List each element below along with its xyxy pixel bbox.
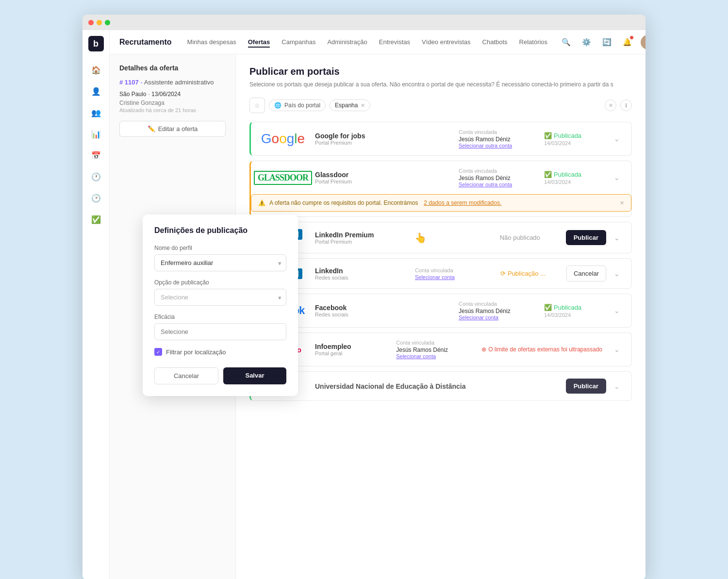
filter-info-btn[interactable]: ℹ <box>620 99 632 111</box>
sidebar-icon-chart[interactable]: 📊 <box>87 125 105 143</box>
infoempleo-status: ⊗ O limite de ofertas externas foi ultra… <box>481 346 602 353</box>
nav-item-chatbots[interactable]: Chatbots <box>482 36 508 48</box>
sidebar-icon-checklist[interactable]: ✅ <box>87 211 105 228</box>
linkedin-cancel-btn[interactable]: Cancelar <box>566 265 606 281</box>
facebook-actions: ⌄ <box>610 304 624 317</box>
sidebar: b 🏠 👤 👥 📊 📅 🕐 🕑 ✅ <box>83 30 110 579</box>
linkedin-premium-publish-btn[interactable]: Publicar <box>566 230 606 245</box>
uned-publish-btn[interactable]: Publicar <box>566 379 606 394</box>
nav-item-relatorios[interactable]: Relatórios <box>519 36 548 48</box>
portal-card-glassdoor: GLASSDOOR Glassdoor Portal Premium Conta… <box>249 161 632 217</box>
filter-clear-btn[interactable]: ✕ <box>605 99 616 111</box>
nav-item-despesas[interactable]: Minhas despesas <box>187 36 236 48</box>
notification-icon[interactable]: 🔔 <box>620 35 634 49</box>
uned-expand-btn[interactable]: ⌄ <box>610 380 624 393</box>
overlay-cancel-btn[interactable]: Cancelar <box>154 367 218 384</box>
filter-portal-tag[interactable]: 🌐 País do portal <box>269 99 326 111</box>
facebook-expand-btn[interactable]: ⌄ <box>610 304 624 317</box>
uned-info: Universidad Nacional de Educação à Distâ… <box>315 382 558 390</box>
star-filter-btn[interactable]: ☆ <box>249 98 265 113</box>
infoempleo-actions: ⌄ <box>610 343 624 356</box>
app-title: Recrutamento <box>119 38 172 47</box>
glassdoor-expand-btn[interactable]: ⌄ <box>610 171 624 184</box>
google-account: Conta vinculada Jesús Ramos Déniz Seleci… <box>459 129 536 149</box>
portal-card-uned: UNED Universidad Nacional de Educação à … <box>249 371 632 401</box>
sidebar-icon-group[interactable]: 👥 <box>87 104 105 121</box>
sidebar-icon-calendar[interactable]: 📅 <box>87 147 105 164</box>
filter-location-label: Filtrar por localização <box>166 348 226 356</box>
publishing-spinner: ⟳ <box>500 270 506 277</box>
nav-item-video[interactable]: Vídeo entrevistas <box>422 36 470 48</box>
nav-item-entrevistas[interactable]: Entrevistas <box>379 36 410 48</box>
uned-actions: Publicar ⌄ <box>566 379 624 394</box>
linkedin-premium-expand-btn[interactable]: ⌄ <box>610 231 624 245</box>
google-logo: Google <box>259 131 307 147</box>
linkedin-account: Conta vinculada Selecionar conta <box>415 267 493 280</box>
google-info: Google for jobs Portal Premium <box>315 132 451 146</box>
glassdoor-status: ✅ Publicada 14/03/2024 <box>544 171 602 185</box>
settings-icon[interactable]: ⚙️ <box>579 35 593 49</box>
google-expand-btn[interactable]: ⌄ <box>610 132 624 146</box>
filter-country-close[interactable]: ✕ <box>361 102 365 109</box>
publication-select[interactable]: Selecione <box>154 289 286 306</box>
glassdoor-change-account[interactable]: Selecionar outra conta <box>459 182 536 187</box>
efficacy-input[interactable] <box>154 323 286 340</box>
linkedin-premium-info: LinkedIn Premium Portal Premium <box>315 231 407 245</box>
search-icon[interactable]: 🔍 <box>559 35 573 49</box>
user-avatar[interactable] <box>641 35 645 50</box>
publication-select-wrapper: Selecione ▾ <box>154 289 286 306</box>
nav-item-ofertas[interactable]: Ofertas <box>248 36 270 48</box>
google-actions: ⌄ <box>610 132 624 146</box>
glassdoor-actions: ⌄ <box>610 171 624 184</box>
facebook-select-account[interactable]: Selecionar conta <box>459 314 536 320</box>
linkedin-info: LinkedIn Redes sociais <box>315 267 407 281</box>
sidebar-icon-person[interactable]: 👤 <box>87 83 105 100</box>
browser-dot-yellow[interactable] <box>97 20 102 25</box>
infoempleo-account: Conta vinculada Jesús Ramos Déniz Seleci… <box>396 340 474 359</box>
linkedin-expand-btn[interactable]: ⌄ <box>610 267 624 281</box>
publication-label: Opção de publicação <box>154 279 286 286</box>
glassdoor-info: Glassdoor Portal Premium <box>315 171 451 184</box>
facebook-status: ✅ Publicada 14/03/2024 <box>544 304 602 318</box>
browser-dot-red[interactable] <box>88 20 94 25</box>
google-change-account[interactable]: Selecionar outra conta <box>459 143 536 149</box>
infoempleo-select-account[interactable]: Selecionar conta <box>396 353 474 359</box>
linkedin-premium-status: Não publicado <box>500 234 558 241</box>
portal-card-google: Google Google for jobs Portal Premium Co… <box>249 122 632 156</box>
glassdoor-logo: GLASSDOOR <box>259 171 307 185</box>
top-nav: Recrutamento Minhas despesas Ofertas Cam… <box>110 30 645 54</box>
profile-select-wrapper: Enfermeiro auxiliar ▾ <box>154 254 286 271</box>
edit-offer-button[interactable]: ✏️ Editar a oferta <box>119 121 226 137</box>
linkedin-actions: Cancelar ⌄ <box>566 265 624 281</box>
warning-modify-link[interactable]: 2 dados a serem modificados. <box>424 199 501 206</box>
page-description: Selecione os portais que deseja publicar… <box>249 81 632 88</box>
filter-country-tag[interactable]: Espanha ✕ <box>330 99 370 111</box>
panel-title: Detalhes da oferta <box>119 64 226 72</box>
infoempleo-expand-btn[interactable]: ⌄ <box>610 343 624 356</box>
profile-select[interactable]: Enfermeiro auxiliar <box>154 254 286 271</box>
nav-item-campanhas[interactable]: Campanhas <box>281 36 315 48</box>
linkedin-select-account[interactable]: Selecionar conta <box>415 274 493 280</box>
sidebar-icon-clock1[interactable]: 🕐 <box>87 168 105 185</box>
page-title: Publicar em portais <box>249 66 632 77</box>
browser-dot-green[interactable] <box>105 20 110 25</box>
overlay-save-btn[interactable]: Salvar <box>223 367 286 384</box>
overlay-actions: Cancelar Salvar <box>154 367 286 384</box>
warning-close-btn[interactable]: ✕ <box>620 200 624 206</box>
filter-country-label: Espanha <box>335 102 358 109</box>
error-icon-infoempleo: ⊗ <box>481 346 486 353</box>
filter-location-checkbox[interactable]: ✓ <box>154 348 162 356</box>
sidebar-icon-home[interactable]: 🏠 <box>87 61 105 79</box>
app-logo: b <box>88 36 104 51</box>
nav-item-administracao[interactable]: Administração <box>327 36 367 48</box>
overlay-title: Definições de publicação <box>154 226 286 235</box>
facebook-account: Conta vinculada Jesús Ramos Déniz Seleci… <box>459 301 536 320</box>
edit-icon: ✏️ <box>148 125 155 132</box>
warning-banner-left: ⚠️ A oferta não cumpre os requisitos do … <box>258 199 501 206</box>
history-icon[interactable]: 🔄 <box>600 35 613 49</box>
infoempleo-info: Infoempleo Portal geral <box>315 343 388 356</box>
warning-icon: ⚠️ <box>258 199 265 206</box>
facebook-info: Facebook Redes sociais <box>315 304 451 317</box>
globe-icon: 🌐 <box>274 102 281 109</box>
sidebar-icon-clock2[interactable]: 🕑 <box>87 189 105 207</box>
